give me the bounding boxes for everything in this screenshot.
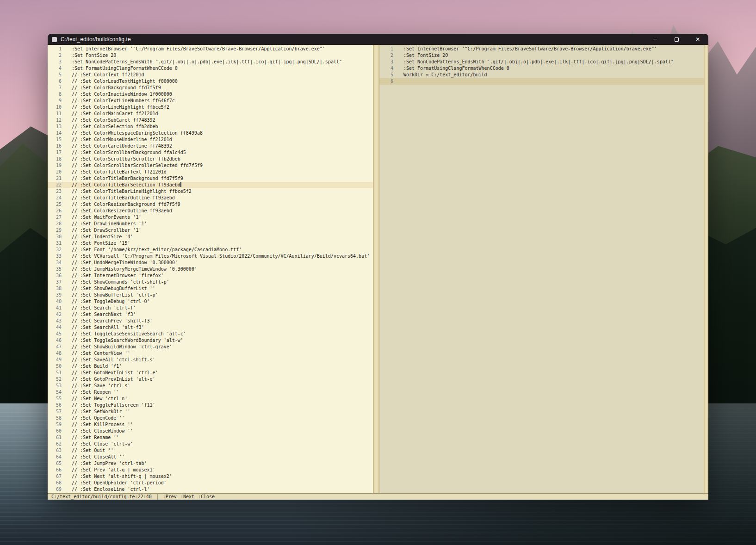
line-number: 18 [48, 156, 62, 162]
code-line[interactable]: 65// :Set JumpPrev 'ctrl-tab' [48, 460, 373, 467]
code-line[interactable]: 67// :Set Next 'alt-shift-q | mousex2' [48, 473, 373, 480]
minimize-button[interactable]: – [644, 34, 666, 45]
code-line[interactable]: 6// :Set ColorLoadTextHighlight f000000 [48, 78, 373, 85]
code-line[interactable]: 18// :Set ColorScrollbarScroller ffb2dbe… [48, 156, 373, 162]
code-line[interactable]: 25// :Set ColorResizerBackground ffd7f5f… [48, 201, 373, 208]
code-line[interactable]: 33// :Set VCVarsall 'C:/Program Files/Mi… [48, 253, 373, 260]
code-line[interactable]: 34// :Set UndoMergeTimeWindow '0.300000' [48, 260, 373, 266]
code-line[interactable]: 15// :Set ColorMouseUnderline ff21201d [48, 136, 373, 143]
code-line[interactable]: 59// :Set KillProcess '' [48, 421, 373, 428]
code-line[interactable]: 11// :Set ColorMainCaret ff21201d [48, 111, 373, 117]
code-line[interactable]: 58// :Set OpenCode '' [48, 415, 373, 421]
code-line[interactable]: 47// :Set ShowBuildWindow 'ctrl-grave' [48, 344, 373, 350]
code-line[interactable]: 32// :Set Font '/home/krz/text_editor/pa… [48, 247, 373, 253]
code-line[interactable]: 50// :Set Build 'f1' [48, 363, 373, 370]
editor-pane-right[interactable]: 1:Set InternetBrowser '"C:/Program Files… [379, 45, 704, 493]
code-line[interactable]: 29// :Set DrawScrollbar '1' [48, 227, 373, 234]
code-line[interactable]: 10// :Set ColorLineHighlight ffbce5f2 [48, 104, 373, 111]
code-line[interactable]: 3:Set NonCodePatterns_EndsWith ".git/|.o… [48, 59, 373, 65]
status-command-prev[interactable]: :Prev [163, 494, 177, 500]
code-line[interactable]: 37// :Set ShowCommands 'ctrl-shift-p' [48, 279, 373, 285]
code-line[interactable]: 49// :Set SaveAll 'ctrl-shift-s' [48, 357, 373, 363]
code-line[interactable]: 66// :Set Prev 'alt-q | mousex1' [48, 467, 373, 473]
code-line[interactable]: 31// :Set FontSize '15' [48, 240, 373, 247]
code-line[interactable]: 51// :Set GotoNextInList 'ctrl-e' [48, 370, 373, 376]
code-line[interactable]: 45// :Set ToggleCaseSensitiveSearch 'alt… [48, 331, 373, 337]
window-titlebar[interactable]: C:/text_editor/build/config.te – ✕ [48, 34, 708, 45]
code-line[interactable]: 40// :Set ToggleDebug 'ctrl-0' [48, 298, 373, 305]
code-line[interactable]: 22// :Set ColorTitleBarSelection ff93aeb… [48, 182, 373, 188]
code-line[interactable]: 1:Set InternetBrowser '"C:/Program Files… [48, 46, 373, 52]
code-line[interactable]: 43// :Set SearchPrev 'shift-f3' [48, 318, 373, 324]
code-line[interactable]: 24// :Set ColorTitleBarOutline ff93aebd [48, 195, 373, 201]
code-line[interactable]: 63// :Set Quit '' [48, 447, 373, 454]
code-line[interactable]: 30// :Set IndentSize '4' [48, 234, 373, 240]
status-separator: │ [156, 494, 159, 500]
editor-pane-left[interactable]: 1:Set InternetBrowser '"C:/Program Files… [48, 45, 373, 493]
line-text: // :Set ColorSubCaret ff748392 [72, 117, 155, 124]
code-line[interactable]: 60// :Set CloseWindow '' [48, 428, 373, 434]
code-line[interactable]: 5WorkDir = C:/text_editor/build [379, 72, 704, 78]
code-line[interactable]: 6 [379, 78, 704, 85]
code-line[interactable]: 27// :Set WaitForEvents '1' [48, 214, 373, 221]
code-line[interactable]: 46// :Set ToggleSearchWordBoundary 'alt-… [48, 337, 373, 344]
code-line[interactable]: 54// :Set Reopen '' [48, 389, 373, 396]
code-line[interactable]: 39// :Set ShowBufferList 'ctrl-p' [48, 292, 373, 298]
code-line[interactable]: 2:Set FontSize 20 [48, 52, 373, 59]
code-line[interactable]: 38// :Set ShowDebugBufferList '' [48, 285, 373, 292]
code-line[interactable]: 3:Set NonCodePatterns_EndsWith ".git/|.o… [379, 59, 704, 65]
code-line[interactable]: 69// :Set EncloseLine 'ctrl-l' [48, 486, 373, 493]
code-line[interactable]: 8// :Set ColorInactiveWindow 1f000000 [48, 91, 373, 98]
line-number: 15 [48, 136, 62, 143]
line-text: // :Set EncloseLine 'ctrl-l' [72, 486, 150, 493]
status-command-close[interactable]: :Close [198, 494, 215, 500]
code-line[interactable]: 55// :Set New 'ctrl-n' [48, 396, 373, 402]
code-line[interactable]: 12// :Set ColorSubCaret ff748392 [48, 117, 373, 124]
line-number: 33 [48, 253, 62, 260]
line-number: 29 [48, 227, 62, 234]
code-line[interactable]: 14// :Set ColorWhitespaceDuringSelection… [48, 130, 373, 136]
code-line[interactable]: 21// :Set ColorTitleBarBackground ffd7f5… [48, 175, 373, 182]
code-line[interactable]: 4:Set FormatUsingClangFormatWhenCCode 0 [48, 65, 373, 72]
line-number: 4 [379, 65, 393, 72]
code-line[interactable]: 41// :Set Search 'ctrl-f' [48, 305, 373, 311]
scrollbar-left[interactable] [373, 45, 379, 493]
code-line[interactable]: 16// :Set ColorCaretUnderline ff748392 [48, 143, 373, 149]
code-line[interactable]: 26// :Set ColorResizerOutline ff93aebd [48, 208, 373, 214]
code-line[interactable]: 19// :Set ColorScrollbarScrollerSelected… [48, 162, 373, 169]
code-line[interactable]: 61// :Set Rename '' [48, 434, 373, 441]
line-number: 65 [48, 460, 62, 467]
line-number: 59 [48, 421, 62, 428]
code-line[interactable]: 1:Set InternetBrowser '"C:/Program Files… [379, 46, 704, 52]
code-line[interactable]: 7// :Set ColorBackground ffd7f5f9 [48, 85, 373, 91]
code-line[interactable]: 17// :Set ColorScrollbarBackground ffa1c… [48, 149, 373, 156]
code-line[interactable]: 36// :Set InternetBrowser 'firefox' [48, 272, 373, 279]
code-line[interactable]: 53// :Set Save 'ctrl-s' [48, 383, 373, 389]
code-line[interactable]: 20// :Set ColorTitleBarText ff21201d [48, 169, 373, 175]
status-command-next[interactable]: :Next [180, 494, 194, 500]
line-text: :Set FormatUsingClangFormatWhenCCode 0 [403, 65, 509, 72]
editor-split-view: 1:Set InternetBrowser '"C:/Program Files… [48, 45, 708, 493]
code-line[interactable]: 62// :Set Close 'ctrl-w' [48, 441, 373, 447]
code-line[interactable]: 64// :Set CloseAll '' [48, 454, 373, 460]
code-line[interactable]: 57// :Set SetWorkDir '' [48, 409, 373, 415]
code-line[interactable]: 56// :Set ToggleFullscreen 'f11' [48, 402, 373, 409]
line-text: // :Set Font '/home/krz/text_editor/pack… [72, 247, 242, 253]
code-line[interactable]: 13// :Set ColorSelection ffb2dbeb [48, 124, 373, 130]
line-text: // :Set New 'ctrl-n' [72, 396, 127, 402]
code-line[interactable]: 68// :Set OpenUpFolder 'ctrl-period' [48, 480, 373, 486]
code-line[interactable]: 42// :Set SearchNext 'f3' [48, 311, 373, 318]
close-button[interactable]: ✕ [687, 34, 708, 45]
code-line[interactable]: 48// :Set CenterView '' [48, 350, 373, 357]
code-line[interactable]: 28// :Set DrawLineNumbers '1' [48, 221, 373, 227]
code-line[interactable]: 4:Set FormatUsingClangFormatWhenCCode 0 [379, 65, 704, 72]
code-line[interactable]: 23// :Set ColorTitleBarLineHighlight ffb… [48, 188, 373, 195]
maximize-button[interactable] [666, 34, 687, 45]
code-line[interactable]: 5// :Set ColorText ff21201d [48, 72, 373, 78]
code-line[interactable]: 35// :Set JumpHistoryMergeTimeWindow '0.… [48, 266, 373, 272]
code-line[interactable]: 9// :Set ColorTextLineNumbers ff646f7c [48, 98, 373, 104]
scrollbar-right[interactable] [704, 45, 708, 493]
code-line[interactable]: 2:Set FontSize 20 [379, 52, 704, 59]
code-line[interactable]: 52// :Set GotoPrevInList 'alt-e' [48, 376, 373, 383]
code-line[interactable]: 44// :Set SearchAll 'alt-f3' [48, 324, 373, 331]
